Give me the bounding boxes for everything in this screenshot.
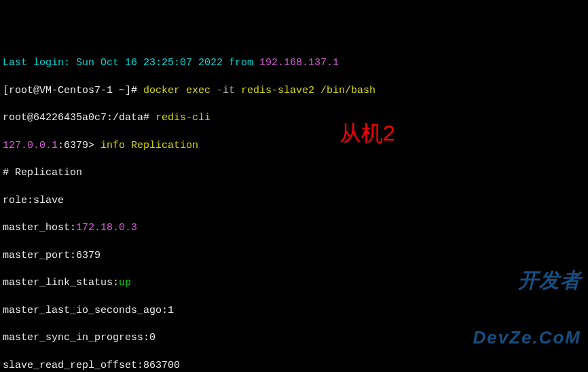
redis-cli-command: redis-cli [155, 112, 210, 124]
watermark-line-2: DevZe.CoM [473, 329, 581, 346]
docker-flag: -it [217, 85, 241, 96]
master-host-value: 172.18.0.3 [76, 222, 137, 234]
annotation-label: 从机2 [339, 119, 395, 148]
last-login-from-word: from [223, 57, 259, 69]
info-command: info Replication [100, 140, 198, 151]
docker-command: docker exec [143, 85, 217, 96]
shell-prompt-line-1[interactable]: [root@VM-Centos7-1 ~]# docker exec -it r… [3, 84, 585, 98]
docker-args: redis-slave2 /bin/bash [241, 85, 375, 96]
last-login-date: Sun Oct 16 23:25:07 2022 [76, 57, 223, 69]
master-link-status-value: up [119, 277, 131, 289]
shell-prompt-line-2[interactable]: root@64226435a0c7:/data# redis-cli [3, 111, 585, 125]
watermark-line-1: 开发者 [473, 270, 581, 291]
master-link-status-key: master_link_status: [3, 277, 119, 289]
redis-prompt-port: :6379> [58, 140, 100, 151]
redis-prompt-ip: 127.0.0.1 [3, 140, 58, 151]
shell-prompt-1: [root@VM-Centos7-1 ~]# [3, 85, 143, 96]
role-line: role:slave [3, 194, 585, 208]
replication-header: # Replication [3, 166, 585, 180]
last-login-ip: 192.168.137.1 [259, 57, 339, 69]
master-host-key: master_host: [3, 222, 76, 234]
watermark: 开发者 DevZe.CoM [473, 232, 581, 365]
last-login-prefix: Last login: [3, 57, 76, 69]
shell-prompt-2: root@64226435a0c7:/data# [3, 112, 155, 124]
last-login-line: Last login: Sun Oct 16 23:25:07 2022 fro… [3, 56, 585, 70]
redis-prompt-line-1[interactable]: 127.0.0.1:6379> info Replication [3, 139, 585, 153]
